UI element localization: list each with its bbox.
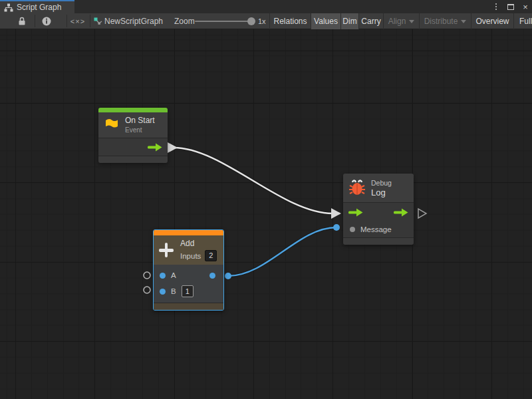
flow-wire-source-arrow[interactable] xyxy=(168,142,178,153)
tab-script-graph[interactable]: Script Graph xyxy=(0,0,74,13)
flow-wire-end-arrow[interactable] xyxy=(331,208,341,219)
bug-icon xyxy=(348,179,366,197)
port-b-value-field[interactable]: 1 xyxy=(182,285,194,297)
node-debug-log[interactable]: Debug Log Message xyxy=(343,174,414,245)
info-icon xyxy=(42,17,51,26)
maximize-icon[interactable] xyxy=(505,1,516,12)
flow-input-port-icon[interactable] xyxy=(348,208,363,217)
code-view-button[interactable]: <×> xyxy=(69,13,86,29)
result-output-port[interactable] xyxy=(209,273,215,279)
node-title: Add xyxy=(180,239,217,249)
port-a-label: A xyxy=(171,271,176,279)
zoom-label: Zoom xyxy=(174,13,195,29)
port-b-unconnected-circle[interactable] xyxy=(144,287,150,293)
carry-button[interactable]: Carry xyxy=(358,13,383,29)
value-wire-end-dot[interactable] xyxy=(333,224,340,231)
align-button[interactable]: Align xyxy=(383,13,419,29)
value-wire-source-dot[interactable] xyxy=(225,273,231,279)
breadcrumb-graph-name[interactable]: NewScriptGraph xyxy=(104,13,163,29)
dropdown-caret-icon xyxy=(409,20,414,23)
wire-layer xyxy=(0,29,532,399)
node-subtitle: Event xyxy=(125,126,155,134)
zoom-value: 1x xyxy=(258,13,266,29)
node-add[interactable]: Add Inputs 2 A B 1 xyxy=(153,229,224,311)
tab-title: Script Graph xyxy=(17,3,61,12)
port-a-unconnected-circle[interactable] xyxy=(144,272,150,279)
overview-button[interactable]: Overview xyxy=(471,13,513,29)
graph-toolbar: <×> NewScriptGraph Zoom 1x Relations Val… xyxy=(0,13,532,29)
values-button[interactable]: Values xyxy=(311,13,340,29)
port-b-input[interactable] xyxy=(160,289,166,295)
window-menu-icon[interactable] xyxy=(491,1,501,12)
distribute-button[interactable]: Distribute xyxy=(419,13,471,29)
message-input-port[interactable] xyxy=(350,227,355,232)
graph-asset-icon xyxy=(93,13,102,29)
flow-out-unconnected-triangle[interactable] xyxy=(418,209,426,218)
code-view-label: <×> xyxy=(70,17,85,25)
dropdown-caret-icon xyxy=(461,20,466,23)
port-a-input[interactable] xyxy=(160,273,166,279)
zoom-slider-handle[interactable] xyxy=(247,17,255,25)
message-port-label: Message xyxy=(360,225,392,233)
relations-button[interactable]: Relations xyxy=(269,13,311,29)
graph-canvas[interactable]: On Start Event Debug xyxy=(0,29,532,399)
flow-wire[interactable] xyxy=(174,148,332,213)
node-title: Log xyxy=(371,188,392,198)
node-title: On Start xyxy=(125,116,155,126)
toolbar-buttons: Relations Values Dim Carry Align Distrib… xyxy=(269,13,532,29)
info-button[interactable] xyxy=(41,13,53,29)
plus-icon xyxy=(159,243,174,257)
full-screen-button[interactable]: Full Screen xyxy=(513,13,532,29)
event-accent-bar xyxy=(98,108,168,112)
inputs-count-field[interactable]: 2 xyxy=(205,250,217,261)
node-on-start[interactable]: On Start Event xyxy=(98,108,168,163)
flag-icon xyxy=(104,118,120,132)
close-icon[interactable]: × xyxy=(520,1,531,12)
lock-button[interactable] xyxy=(15,13,29,29)
port-b-label: B xyxy=(171,287,176,295)
inputs-label: Inputs xyxy=(180,252,201,260)
zoom-slider[interactable] xyxy=(195,21,255,22)
math-accent-bar xyxy=(154,230,223,235)
flow-output-port-icon[interactable] xyxy=(148,143,162,152)
dim-button[interactable]: Dim xyxy=(340,13,358,29)
node-category: Debug xyxy=(371,179,392,188)
value-wire[interactable] xyxy=(228,227,336,276)
flow-output-port-icon[interactable] xyxy=(394,208,408,217)
lock-icon xyxy=(18,17,26,26)
script-graph-icon xyxy=(4,3,13,12)
tab-bar: Script Graph × xyxy=(0,0,532,13)
